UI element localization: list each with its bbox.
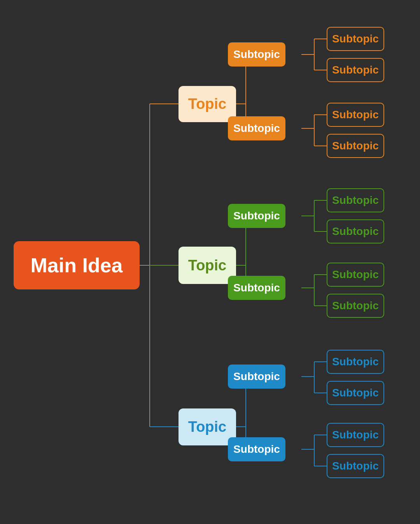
leaf-1a1-label: Subtopic	[332, 33, 379, 45]
subtopic-1b-label: Subtopic	[233, 122, 280, 135]
leaf-3b1-node: Subtopic	[327, 423, 384, 447]
main-idea-node: Main Idea	[14, 241, 140, 289]
leaf-3a1-node: Subtopic	[327, 350, 384, 374]
subtopic-2b-node: Subtopic	[228, 276, 285, 300]
topic-1-label: Topic	[188, 96, 227, 112]
leaf-2a2-label: Subtopic	[332, 225, 379, 238]
leaf-3b2-label: Subtopic	[332, 460, 379, 472]
topic-2-node: Topic	[178, 247, 236, 284]
leaf-1b2-node: Subtopic	[327, 134, 384, 158]
leaf-2b2-node: Subtopic	[327, 294, 384, 318]
subtopic-3a-label: Subtopic	[233, 370, 280, 383]
topic-2-label: Topic	[188, 257, 227, 274]
subtopic-1a-label: Subtopic	[233, 48, 280, 61]
leaf-1b2-label: Subtopic	[332, 140, 379, 152]
leaf-2b2-label: Subtopic	[332, 300, 379, 312]
leaf-3a2-node: Subtopic	[327, 381, 384, 405]
subtopic-2a-node: Subtopic	[228, 204, 285, 228]
leaf-1a2-node: Subtopic	[327, 58, 384, 82]
leaf-3b2-node: Subtopic	[327, 454, 384, 478]
leaf-1a1-node: Subtopic	[327, 27, 384, 51]
subtopic-2b-label: Subtopic	[233, 282, 280, 294]
leaf-1b1-node: Subtopic	[327, 103, 384, 127]
leaf-2a1-node: Subtopic	[327, 188, 384, 212]
topic-1-node: Topic	[178, 86, 236, 122]
topic-3-label: Topic	[188, 419, 227, 435]
leaf-2a2-node: Subtopic	[327, 219, 384, 244]
leaf-2b1-node: Subtopic	[327, 263, 384, 287]
subtopic-2a-label: Subtopic	[233, 210, 280, 222]
subtopic-3b-label: Subtopic	[233, 443, 280, 456]
leaf-3b1-label: Subtopic	[332, 429, 379, 441]
leaf-3a2-label: Subtopic	[332, 387, 379, 399]
leaf-2b1-label: Subtopic	[332, 268, 379, 281]
topic-3-node: Topic	[178, 408, 236, 445]
leaf-2a1-label: Subtopic	[332, 194, 379, 207]
main-idea-label: Main Idea	[31, 254, 123, 277]
leaf-3a1-label: Subtopic	[332, 356, 379, 368]
leaf-1a2-label: Subtopic	[332, 64, 379, 76]
subtopic-1b-node: Subtopic	[228, 116, 285, 140]
subtopic-3b-node: Subtopic	[228, 437, 285, 461]
leaf-1b1-label: Subtopic	[332, 109, 379, 121]
subtopic-3a-node: Subtopic	[228, 365, 285, 389]
subtopic-1a-node: Subtopic	[228, 42, 285, 67]
